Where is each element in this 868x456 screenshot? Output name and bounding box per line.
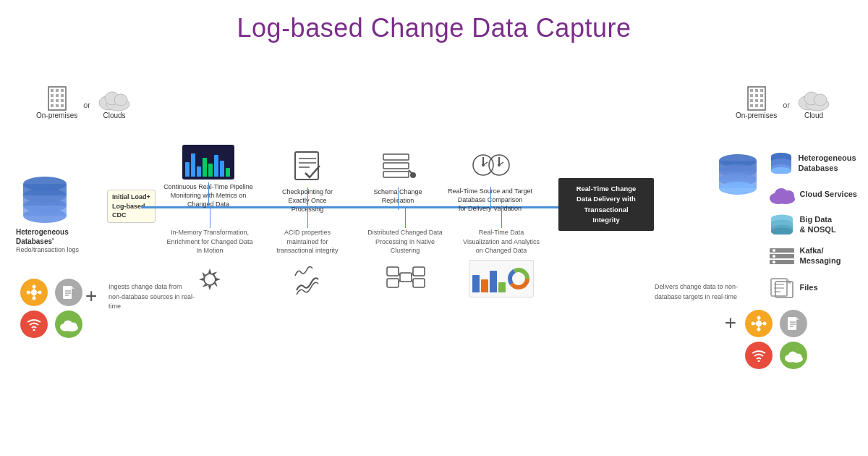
svg-point-44 <box>27 291 30 295</box>
svg-rect-11 <box>56 104 59 107</box>
svg-rect-7 <box>51 99 54 102</box>
stage-monitoring: Continuous Real-Time PipelineMonitoring … <box>158 145 259 208</box>
svg-rect-9 <box>61 99 64 102</box>
stage-checkpointing: Checkpointing forExactly OnceProcessing <box>260 148 354 214</box>
vline-comparison <box>490 187 491 208</box>
target-bigdata-label: Big Data& NOSQL <box>800 214 836 235</box>
vline-schema <box>398 187 399 210</box>
svg-rect-26 <box>760 99 763 102</box>
vline-transformation <box>210 206 210 228</box>
svg-rect-12 <box>61 104 64 107</box>
stage-schema: Schema ChangeReplication <box>354 148 441 205</box>
svg-marker-138 <box>796 317 799 320</box>
target-files-label: Files <box>800 283 818 292</box>
schema-icon <box>380 148 416 185</box>
svg-rect-1 <box>51 89 54 92</box>
building-icon-target <box>745 85 768 111</box>
target-item-bigdata: Big Data& NOSQL <box>768 214 857 235</box>
target-kafka-label: Kafka/Messaging <box>800 245 841 266</box>
svg-point-97 <box>719 182 757 195</box>
cloud-icon-source <box>96 87 132 111</box>
pipeline-area: Heterogeneous Databases' Redo/transactio… <box>0 145 868 449</box>
target-hetdb-label: HeterogeneousDatabases <box>799 153 856 174</box>
target-db-icon <box>712 152 763 195</box>
nondb-sources: + <box>20 279 85 338</box>
svg-point-16 <box>114 94 127 106</box>
monitoring-chart-icon <box>182 145 234 180</box>
visualization-chart <box>469 260 534 297</box>
svg-rect-64 <box>383 154 409 160</box>
wifi-source-icon <box>20 311 48 338</box>
stage-acid-label: ACID propertiesmaintained fortransaction… <box>260 228 354 256</box>
target-item-kafka: Kafka/Messaging <box>768 245 857 266</box>
vline-acid <box>307 206 308 228</box>
comparison-icon <box>469 146 512 184</box>
svg-point-121 <box>773 261 775 263</box>
stage-distributed: Distributed Changed DataProcessing in Na… <box>354 228 456 297</box>
stage-comparison: Real-Time Source and TargetDatabase Comp… <box>434 146 546 213</box>
svg-rect-19 <box>755 89 758 92</box>
svg-point-43 <box>33 297 36 300</box>
svg-rect-10 <box>51 104 54 107</box>
cloud-icon-target <box>796 87 832 111</box>
transformation-icon <box>192 261 228 297</box>
svg-marker-51 <box>72 286 75 289</box>
svg-point-128 <box>756 321 762 326</box>
svg-point-33 <box>814 94 827 106</box>
target-icon1 <box>745 310 773 337</box>
svg-point-76 <box>498 164 501 166</box>
target-header: On-premises or Cloud <box>736 85 832 119</box>
cloud-label-target: Cloud <box>804 111 823 119</box>
vline-monitoring <box>208 182 209 206</box>
svg-point-77 <box>204 274 216 285</box>
delivers-text: Delivers change data to non-database tar… <box>655 282 741 302</box>
svg-point-55 <box>33 329 35 332</box>
svg-rect-22 <box>755 94 758 97</box>
target-nondb-icons <box>745 310 810 369</box>
svg-rect-8 <box>56 99 59 102</box>
acid-icon <box>289 261 326 297</box>
svg-rect-66 <box>383 172 409 177</box>
svg-point-130 <box>757 328 761 332</box>
svg-rect-82 <box>413 279 425 287</box>
svg-point-45 <box>38 291 42 295</box>
target-icon3 <box>745 342 773 369</box>
svg-point-142 <box>758 360 760 363</box>
target-item-files: Files <box>768 276 857 299</box>
vline-visualization <box>501 206 502 228</box>
cloud-source-icon <box>55 311 82 338</box>
svg-rect-28 <box>755 104 758 107</box>
svg-point-132 <box>763 322 767 326</box>
source-database: Heterogeneous Databases' Redo/transactio… <box>16 174 79 253</box>
svg-point-68 <box>410 172 416 178</box>
or-label-target: or <box>783 101 790 109</box>
svg-rect-4 <box>51 94 54 97</box>
page-title: Log-based Change Data Capture <box>0 0 868 43</box>
stage-transformation-label: In-Memory Transformation,Enrichment for … <box>159 228 260 256</box>
target-files-icon <box>768 276 796 299</box>
svg-point-59 <box>69 323 77 329</box>
target-item-cloud: Cloud Services <box>768 184 857 204</box>
svg-rect-18 <box>750 89 753 92</box>
target-plus-sign: + <box>725 311 736 334</box>
svg-rect-3 <box>61 89 64 92</box>
stage-transformation: In-Memory Transformation,Enrichment for … <box>159 228 260 297</box>
on-premises-label-source: On-premises <box>36 111 77 119</box>
stage-acid: ACID propertiesmaintained fortransaction… <box>260 228 354 297</box>
svg-point-146 <box>794 354 802 360</box>
svg-point-120 <box>773 255 775 258</box>
target-db-area <box>712 152 763 198</box>
target-icon2 <box>780 310 807 337</box>
svg-rect-79 <box>387 279 399 287</box>
svg-point-42 <box>33 285 36 289</box>
svg-point-41 <box>31 290 37 295</box>
target-kafka-icon <box>768 245 796 266</box>
file-source-icon <box>55 279 82 306</box>
svg-point-90 <box>514 274 523 283</box>
svg-rect-50 <box>63 286 72 299</box>
svg-rect-78 <box>387 267 399 276</box>
on-premises-label-target: On-premises <box>736 111 777 119</box>
stage-visualization: Real-Time DataVisualization and Analytic… <box>447 228 556 297</box>
target-item-hetdb: HeterogeneousDatabases <box>768 152 857 174</box>
clouds-label-source: Clouds <box>103 111 125 119</box>
